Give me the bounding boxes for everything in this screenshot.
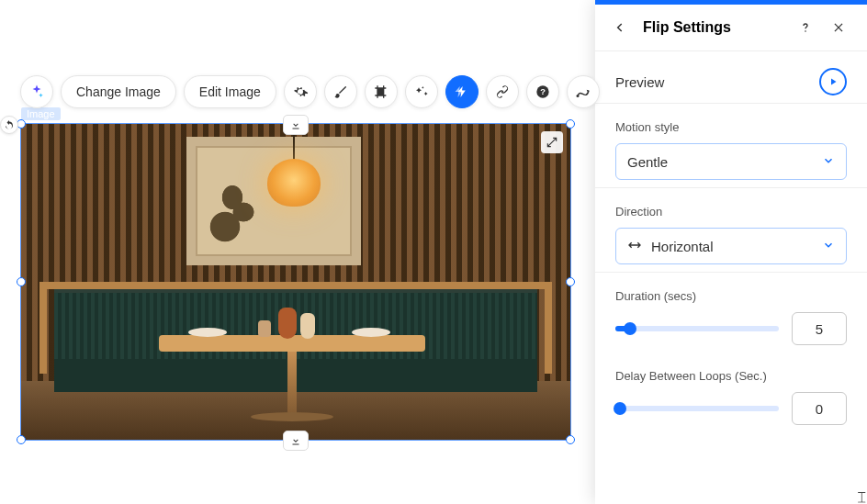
brush-icon bbox=[333, 84, 348, 99]
ai-sparkle-button[interactable] bbox=[20, 75, 53, 108]
panel-header: Flip Settings bbox=[595, 5, 867, 51]
crop-icon bbox=[374, 84, 388, 99]
duration-input[interactable]: 5 bbox=[792, 312, 847, 345]
preview-label: Preview bbox=[615, 74, 664, 90]
duration-slider[interactable] bbox=[615, 319, 779, 338]
svg-text:?: ? bbox=[540, 87, 546, 96]
chevron-left-icon bbox=[614, 21, 626, 34]
preview-section: Preview bbox=[595, 51, 867, 104]
resize-handle-e[interactable] bbox=[566, 277, 575, 286]
download-icon bbox=[290, 435, 301, 446]
motion-style-select[interactable]: Gentle bbox=[615, 143, 847, 180]
motion-style-section: Motion style Gentle bbox=[595, 104, 867, 188]
direction-label: Direction bbox=[615, 205, 847, 218]
panel-help-button[interactable] bbox=[795, 17, 816, 38]
preview-play-button[interactable] bbox=[819, 68, 847, 95]
change-image-button[interactable]: Change Image bbox=[61, 75, 176, 108]
duration-label: Duration (secs) bbox=[615, 289, 847, 303]
edit-image-button[interactable]: Edit Image bbox=[184, 75, 276, 108]
undo-button[interactable] bbox=[0, 116, 18, 134]
brush-button[interactable] bbox=[324, 75, 357, 108]
expand-edit-icon bbox=[546, 136, 558, 149]
chevron-down-icon bbox=[822, 239, 835, 252]
close-icon bbox=[832, 21, 845, 34]
delay-label: Delay Between Loops (Sec.) bbox=[615, 369, 847, 383]
close-button[interactable] bbox=[828, 17, 849, 38]
direction-section: Direction Horizontal bbox=[595, 188, 867, 273]
help-icon bbox=[798, 20, 813, 35]
attach-bottom-button[interactable] bbox=[283, 431, 309, 451]
direction-select[interactable]: Horizontal bbox=[615, 228, 847, 264]
restaurant-scene-image bbox=[21, 124, 570, 440]
attach-top-button[interactable] bbox=[283, 115, 309, 135]
gear-icon bbox=[292, 84, 309, 100]
settings-button[interactable] bbox=[284, 75, 317, 108]
svg-point-2 bbox=[576, 95, 579, 97]
flip-settings-panel: Flip Settings Preview Motion style Gentl… bbox=[595, 0, 867, 504]
resize-handle-se[interactable] bbox=[566, 435, 575, 444]
resize-handle-w[interactable] bbox=[17, 277, 26, 286]
magic-wand-button[interactable] bbox=[405, 75, 438, 108]
motion-path-button[interactable] bbox=[567, 75, 600, 108]
delay-input[interactable]: 0 bbox=[792, 392, 847, 425]
motion-style-value: Gentle bbox=[627, 154, 668, 170]
horizontal-arrows-icon bbox=[627, 238, 642, 252]
panel-title: Flip Settings bbox=[643, 19, 783, 36]
chevron-down-icon bbox=[822, 154, 835, 167]
play-icon bbox=[828, 76, 839, 87]
motion-path-icon bbox=[575, 84, 591, 100]
animate-icon bbox=[454, 84, 470, 100]
link-icon bbox=[495, 84, 510, 99]
help-icon: ? bbox=[535, 84, 550, 99]
motion-style-label: Motion style bbox=[615, 120, 847, 134]
delay-slider-thumb[interactable] bbox=[614, 402, 626, 415]
resize-handle-ne[interactable] bbox=[566, 119, 575, 129]
crop-button[interactable] bbox=[365, 75, 398, 108]
animate-button[interactable] bbox=[445, 75, 479, 108]
selected-image[interactable]: Image bbox=[20, 123, 571, 441]
help-button[interactable]: ? bbox=[526, 75, 559, 108]
duration-slider-thumb[interactable] bbox=[624, 322, 636, 335]
direction-value: Horizontal bbox=[651, 239, 714, 254]
magic-wand-icon bbox=[414, 84, 429, 99]
ai-sparkle-icon bbox=[28, 84, 45, 100]
back-button[interactable] bbox=[610, 17, 630, 38]
svg-point-3 bbox=[805, 30, 806, 32]
resize-handle-sw[interactable] bbox=[17, 435, 26, 444]
duration-section: Duration (secs) 5 bbox=[595, 273, 867, 353]
text-cursor: ⌶ bbox=[858, 489, 865, 504]
link-button[interactable] bbox=[486, 75, 519, 108]
image-toolbar: Change Image Edit Image ? bbox=[20, 75, 600, 108]
selection-label: Image bbox=[21, 107, 61, 120]
delay-section: Delay Between Loops (Sec.) 0 bbox=[595, 353, 867, 432]
inline-edit-button[interactable] bbox=[541, 131, 563, 153]
delay-slider[interactable] bbox=[615, 399, 779, 418]
undo-icon bbox=[4, 119, 15, 130]
download-icon bbox=[290, 119, 301, 130]
